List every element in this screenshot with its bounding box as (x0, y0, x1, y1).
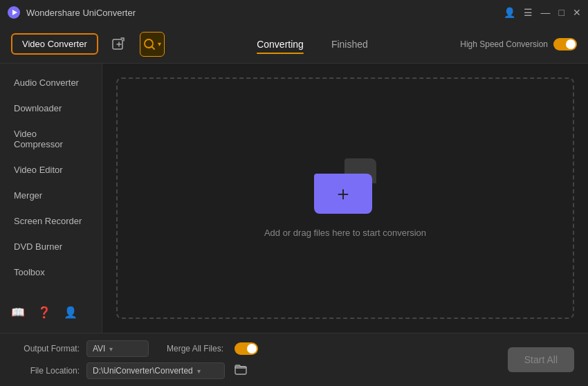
close-btn[interactable]: ✕ (573, 8, 581, 17)
start-all-button[interactable]: Start All (508, 347, 574, 372)
drop-zone-text: Add or drag files here to start conversi… (264, 228, 426, 238)
high-speed-label: High Speed Conversion (460, 39, 548, 49)
video-converter-button[interactable]: Video Converter (11, 33, 98, 55)
app-title: Wondershare UniConverter (26, 8, 136, 18)
sidebar-item-merger[interactable]: Merger (0, 183, 102, 208)
file-location-label: File Location: (14, 366, 80, 376)
sidebar-item-video-compressor[interactable]: Video Compressor (0, 122, 102, 156)
merge-label: Merge All Files: (167, 344, 223, 353)
folder-front: ＋ (314, 174, 372, 214)
browse-folder-btn[interactable] (232, 362, 250, 379)
sidebar-item-video-editor[interactable]: Video Editor (0, 158, 102, 182)
sidebar-item-dvd-burner[interactable]: DVD Burner (0, 235, 102, 259)
output-format-label: Output Format: (14, 344, 80, 353)
output-format-value: AVI (93, 344, 105, 353)
format-dropdown-arrow-icon: ▾ (109, 345, 113, 353)
high-speed-toggle[interactable] (553, 38, 577, 50)
file-location-field: File Location: D:\UniConverter\Converted… (14, 362, 494, 379)
merge-toggle[interactable] (235, 342, 258, 355)
location-dropdown-arrow-icon: ▾ (197, 367, 201, 375)
title-bar-left: Wondershare UniConverter (7, 6, 136, 19)
help-book-icon[interactable]: 📖 (11, 306, 25, 319)
minimize-btn[interactable]: — (541, 8, 551, 17)
file-location-value: D:\UniConverter\Converted (93, 366, 193, 376)
folder-icon: ＋ (314, 158, 376, 214)
sidebar-bottom-icons: 📖 ❓ 👤 (0, 299, 102, 326)
hamburger-btn[interactable]: ☰ (524, 8, 533, 17)
file-location-input[interactable]: D:\UniConverter\Converted ▾ (86, 362, 225, 379)
toolbar: Video Converter ▾ Converting Finished Hi… (0, 25, 588, 64)
title-bar: Wondershare UniConverter 👤 ☰ — □ ✕ (0, 0, 588, 25)
tab-converting[interactable]: Converting (257, 36, 304, 53)
sidebar: Audio Converter Downloader Video Compres… (0, 64, 102, 333)
drop-zone[interactable]: ＋ Add or drag files here to start conver… (116, 77, 574, 319)
toolbar-tabs: Converting Finished (173, 36, 452, 53)
sidebar-item-screen-recorder[interactable]: Screen Recorder (0, 209, 102, 233)
title-bar-controls: 👤 ☰ — □ ✕ (504, 8, 581, 17)
bottom-fields: Output Format: AVI ▾ Merge All Files: Fi… (14, 340, 494, 379)
bottom-bar: Output Format: AVI ▾ Merge All Files: Fi… (0, 333, 588, 386)
high-speed-toggle-area: High Speed Conversion (460, 38, 577, 50)
sidebar-item-toolbox[interactable]: Toolbox (0, 260, 102, 284)
tab-finished[interactable]: Finished (331, 36, 368, 53)
drop-area-container: ＋ Add or drag files here to start conver… (102, 64, 588, 333)
search-btn[interactable]: ▾ (140, 32, 165, 57)
user-account-icon[interactable]: 👤 (64, 306, 77, 319)
svg-line-6 (152, 46, 155, 49)
main-content: Audio Converter Downloader Video Compres… (0, 64, 588, 333)
add-file-btn[interactable] (107, 32, 131, 57)
maximize-btn[interactable]: □ (559, 8, 564, 17)
output-format-field: Output Format: AVI ▾ Merge All Files: (14, 340, 494, 357)
question-icon[interactable]: ❓ (37, 306, 51, 319)
plus-icon: ＋ (333, 184, 353, 203)
app-icon (7, 6, 21, 19)
user-icon-btn[interactable]: 👤 (504, 8, 515, 17)
sidebar-item-audio-converter[interactable]: Audio Converter (0, 71, 102, 95)
sidebar-item-downloader[interactable]: Downloader (0, 96, 102, 120)
merge-toggle-knob (247, 344, 257, 353)
output-format-select[interactable]: AVI ▾ (86, 340, 149, 357)
